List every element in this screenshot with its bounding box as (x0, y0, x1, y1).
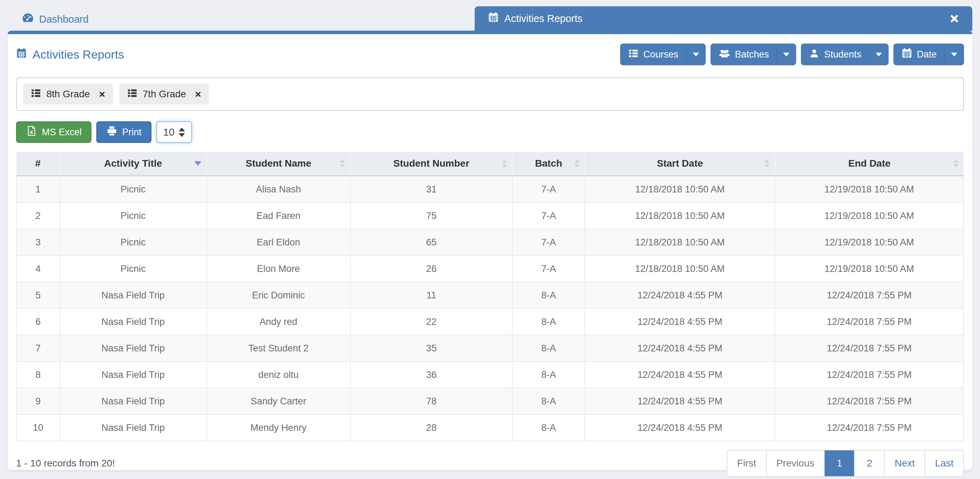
table-cell: 4 (16, 255, 60, 282)
filter-button-courses-label: Courses (643, 49, 678, 60)
filter-button-date[interactable]: Date (893, 44, 964, 65)
calendar-icon (16, 48, 27, 61)
calendar-icon (902, 48, 912, 61)
filter-button-batches-dropdown[interactable] (776, 44, 796, 65)
table-cell: Picnic (60, 203, 207, 229)
filter-button-students[interactable]: Students (801, 44, 889, 65)
table-cell: Eric Dominic (207, 282, 351, 309)
table-cell: 2 (16, 203, 60, 229)
table-cell: 11 (350, 282, 512, 309)
close-tab-icon[interactable] (950, 14, 959, 23)
tab-dashboard[interactable]: Dashboard (22, 12, 89, 27)
table-row: 2PicnicEad Faren757-A12/18/2018 10:50 AM… (16, 203, 964, 229)
table-cell: 12/24/2018 4:55 PM (585, 309, 775, 335)
tab-activities-reports[interactable]: Activities Reports (475, 6, 972, 31)
column-header-end-date[interactable]: End Date (775, 152, 964, 176)
filter-button-batches-label: Batches (735, 49, 769, 60)
table-cell: deniz oltu (207, 362, 351, 388)
table-footer: 1 - 10 records from 20! FirstPrevious12N… (16, 450, 964, 477)
table-cell: 12/24/2018 4:55 PM (585, 335, 775, 362)
calendar-icon (488, 12, 499, 25)
table-cell: 12/24/2018 4:55 PM (585, 282, 775, 309)
filter-tag-label: 7th Grade (143, 89, 186, 100)
table-cell: Nasa Field Trip (60, 414, 207, 441)
filter-button-batches[interactable]: Batches (711, 44, 796, 65)
table-cell: 5 (16, 282, 60, 309)
column-header--: # (16, 152, 60, 176)
filter-button-courses-dropdown[interactable] (686, 44, 705, 65)
activities-table: # Activity Title Student Name Student Nu… (16, 152, 964, 441)
filter-button-courses[interactable]: Courses (620, 44, 706, 65)
pagination-1[interactable]: 1 (824, 450, 854, 476)
filter-tags-input[interactable]: 8th Grade 7th Grade (16, 78, 964, 111)
table-cell: 12/18/2018 10:50 AM (585, 176, 775, 203)
column-header-student-name[interactable]: Student Name (207, 152, 351, 176)
column-header-start-date[interactable]: Start Date (585, 152, 775, 176)
table-cell: 36 (350, 362, 512, 388)
table-cell: 78 (350, 388, 512, 414)
table-cell: Alisa Nash (207, 176, 351, 203)
page-size-spinner[interactable]: 10 (156, 121, 192, 143)
tab-bar: Dashboard Activities Reports (0, 0, 980, 31)
table-cell: 8-A (512, 414, 585, 441)
table-cell: 12/24/2018 7:55 PM (775, 335, 964, 362)
list-icon (127, 88, 137, 101)
pagination-next[interactable]: Next (884, 450, 924, 476)
table-cell: 35 (350, 335, 512, 362)
table-cell: 8-A (512, 388, 585, 414)
table-cell: Picnic (60, 176, 207, 203)
pagination-previous[interactable]: Previous (766, 450, 824, 476)
column-header-label: Student Name (246, 158, 311, 169)
chevron-down-icon (783, 52, 789, 57)
pagination-last[interactable]: Last (924, 450, 963, 476)
table-cell: 8-A (512, 335, 585, 362)
print-button-label: Print (122, 127, 142, 138)
table-cell: 28 (350, 414, 512, 441)
table-cell: 12/19/2018 10:50 AM (775, 255, 964, 282)
printer-icon (106, 125, 118, 139)
content-card: Activities Reports Courses Batches Stude… (8, 31, 972, 470)
table-cell: Mendy Henry (207, 414, 351, 441)
print-button[interactable]: Print (96, 121, 151, 143)
filter-button-students-dropdown[interactable] (869, 44, 888, 65)
table-cell: 7-A (512, 203, 585, 229)
table-cell: 12/24/2018 4:55 PM (585, 388, 775, 414)
table-cell: 26 (350, 255, 512, 282)
sort-icon (574, 159, 580, 168)
table-cell: Sandy Carter (207, 388, 351, 414)
table-cell: Andy red (207, 309, 351, 335)
filter-button-date-dropdown[interactable] (944, 44, 964, 65)
table-cell: Picnic (60, 255, 207, 282)
user-icon (809, 48, 819, 61)
table-body: 1PicnicAlisa Nash317-A12/18/2018 10:50 A… (16, 176, 964, 441)
column-header-activity-title[interactable]: Activity Title (60, 152, 207, 176)
table-cell: 7-A (512, 229, 585, 255)
table-row: 6Nasa Field TripAndy red228-A12/24/2018 … (16, 309, 964, 335)
column-header-batch[interactable]: Batch (512, 152, 585, 176)
page-title-label: Activities Reports (32, 48, 124, 61)
filter-tag-7th-grade: 7th Grade (119, 84, 209, 105)
table-cell: Ead Faren (207, 203, 351, 229)
table-row: 10Nasa Field TripMendy Henry288-A12/24/2… (16, 414, 964, 441)
table-cell: 8-A (512, 282, 585, 309)
remove-tag-icon[interactable] (99, 91, 105, 98)
table-cell: 12/24/2018 4:55 PM (585, 362, 775, 388)
pagination-first[interactable]: First (727, 450, 766, 476)
table-row: 3PicnicEarl Eldon657-A12/18/2018 10:50 A… (16, 229, 964, 255)
table-cell: 7-A (512, 255, 585, 282)
table-cell: 22 (350, 309, 512, 335)
filter-tag-label: 8th Grade (46, 89, 90, 100)
sort-icon (340, 159, 345, 168)
table-cell: 12/18/2018 10:50 AM (585, 255, 775, 282)
filter-button-date-label: Date (917, 49, 937, 60)
column-header-student-number[interactable]: Student Number (350, 152, 512, 176)
page-title: Activities Reports (16, 48, 124, 61)
remove-tag-icon[interactable] (195, 91, 201, 98)
table-cell: 12/19/2018 10:50 AM (775, 203, 964, 229)
table-cell: 75 (350, 203, 512, 229)
ms-excel-button[interactable]: x MS Excel (16, 121, 91, 143)
spinner-arrows-icon[interactable] (179, 128, 185, 137)
pagination-2[interactable]: 2 (854, 450, 884, 476)
sort-icon (764, 159, 770, 168)
toolbar: x MS Excel Print 10 (16, 121, 964, 143)
